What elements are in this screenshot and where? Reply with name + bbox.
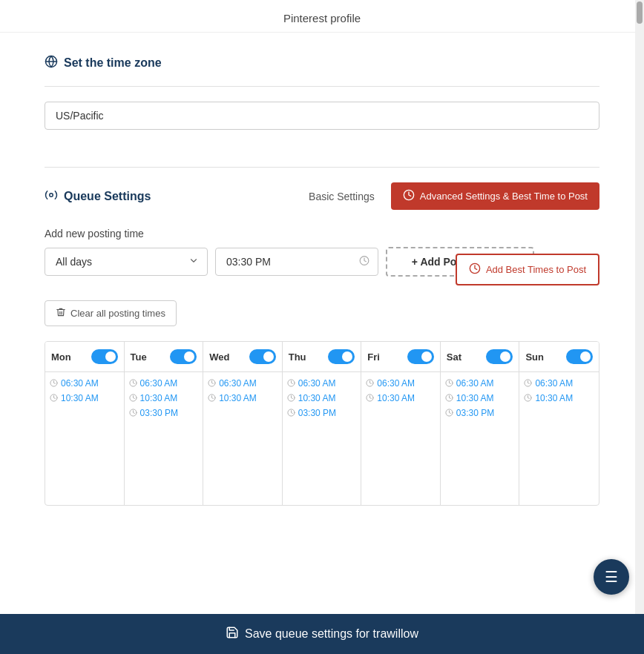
page-title: Pinterest profile <box>0 0 644 33</box>
time-value: 03:30 PM <box>298 408 336 418</box>
time-clock-icon <box>287 394 295 403</box>
time-value: 03:30 PM <box>140 408 178 418</box>
globe-icon <box>45 55 58 71</box>
time-value: 06:30 AM <box>456 378 494 389</box>
time-entry: 06:30 AM <box>208 378 277 389</box>
day-name-thu: Thu <box>289 351 306 363</box>
toggle-tue[interactable] <box>170 349 197 364</box>
save-bar[interactable]: Save queue settings for trawillow <box>0 614 644 654</box>
day-header-wed: Wed <box>203 342 282 372</box>
time-entry: 06:30 AM <box>50 378 119 389</box>
time-clock-icon <box>445 394 453 403</box>
time-value: 10:30 AM <box>61 393 99 403</box>
queue-divider <box>45 167 599 168</box>
time-clock-icon <box>50 394 58 403</box>
save-icon <box>226 626 239 642</box>
time-entry: 03:30 PM <box>445 408 515 418</box>
clear-posting-times-button[interactable]: Clear all posting times <box>45 300 177 326</box>
time-clock-icon <box>445 409 453 418</box>
time-clock-icon <box>287 409 295 418</box>
toggle-wed[interactable] <box>249 349 276 364</box>
save-bar-content: Save queue settings for trawillow <box>226 626 418 642</box>
time-clock-icon <box>50 379 58 389</box>
timezone-input[interactable] <box>45 102 599 130</box>
day-times-tue: 06:30 AM10:30 AM03:30 PM <box>125 372 203 429</box>
time-entry: 10:30 AM <box>524 393 594 403</box>
day-column-fri: Fri06:30 AM10:30 AM <box>361 342 441 505</box>
time-clock-icon <box>129 409 137 418</box>
best-times-wrapper: Add Best Times to Post <box>456 254 599 285</box>
clock-icon <box>359 256 369 268</box>
fab-menu-button[interactable]: ☰ <box>594 559 629 595</box>
day-column-sat: Sat06:30 AM10:30 AM03:30 PM <box>441 342 520 505</box>
day-times-mon: 06:30 AM10:30 AM <box>45 372 124 414</box>
time-entry: 06:30 AM <box>445 378 515 389</box>
day-select[interactable]: All days Monday Tuesday Wednesday Thursd… <box>45 248 208 276</box>
time-entry: 10:30 AM <box>50 393 119 403</box>
time-value: 10:30 AM <box>377 393 415 403</box>
day-name-fri: Fri <box>367 351 380 363</box>
day-times-thu: 06:30 AM10:30 AM03:30 PM <box>283 372 361 429</box>
day-column-wed: Wed06:30 AM10:30 AM <box>203 342 283 505</box>
time-value: 10:30 AM <box>140 393 178 403</box>
timezone-divider <box>45 86 599 87</box>
day-header-mon: Mon <box>45 342 124 372</box>
time-clock-icon <box>366 379 374 389</box>
time-clock-icon <box>524 394 532 403</box>
time-value: 06:30 AM <box>535 378 573 389</box>
day-times-wed: 06:30 AM10:30 AM <box>203 372 282 414</box>
clock-advanced-icon <box>403 189 415 203</box>
queue-title: Queue Settings <box>45 188 151 205</box>
day-header-thu: Thu <box>283 342 361 372</box>
best-times-icon <box>469 262 481 277</box>
save-label: Save queue settings for trawillow <box>245 627 418 641</box>
queue-header: Queue Settings Basic Settings Advanced S… <box>45 182 599 210</box>
advanced-settings-button[interactable]: Advanced Settings & Best Time to Post <box>391 182 599 210</box>
posting-time-left: Add new posting time All days Monday Tue… <box>45 228 412 285</box>
add-best-times-button[interactable]: Add Best Times to Post <box>456 254 599 285</box>
day-name-tue: Tue <box>131 351 147 363</box>
basic-settings-button[interactable]: Basic Settings <box>300 185 384 208</box>
day-name-mon: Mon <box>51 351 71 363</box>
posting-time-section: Add new posting time All days Monday Tue… <box>45 228 599 285</box>
best-times-label: Add Best Times to Post <box>486 264 586 275</box>
toggle-sun[interactable] <box>566 349 593 364</box>
time-value: 06:30 AM <box>377 378 415 389</box>
day-select-wrapper: All days Monday Tuesday Wednesday Thursd… <box>45 248 208 276</box>
posting-time-label: Add new posting time <box>45 228 412 240</box>
toggle-thu[interactable] <box>328 349 355 364</box>
toggle-mon[interactable] <box>91 349 118 364</box>
clear-label: Clear all posting times <box>70 308 165 319</box>
time-value: 06:30 AM <box>61 378 99 389</box>
day-column-tue: Tue06:30 AM10:30 AM03:30 PM <box>125 342 204 505</box>
time-clock-icon <box>129 394 137 403</box>
header-buttons: Basic Settings Advanced Settings & Best … <box>300 182 599 210</box>
time-entry: 03:30 PM <box>287 408 357 418</box>
time-entry: 03:30 PM <box>129 408 199 418</box>
day-column-sun: Sun06:30 AM10:30 AM <box>519 342 599 505</box>
time-entry: 10:30 AM <box>366 393 436 403</box>
time-clock-icon <box>208 394 216 403</box>
time-value: 10:30 AM <box>535 393 573 403</box>
day-header-tue: Tue <box>125 342 203 372</box>
toggle-fri[interactable] <box>407 349 434 364</box>
menu-icon: ☰ <box>605 568 618 586</box>
time-entry: 06:30 AM <box>524 378 594 389</box>
time-entry: 06:30 AM <box>129 378 199 389</box>
day-name-sat: Sat <box>447 351 461 363</box>
time-value: 06:30 AM <box>219 378 257 389</box>
toggle-sat[interactable] <box>486 349 513 364</box>
time-entry: 10:30 AM <box>129 393 199 403</box>
time-clock-icon <box>366 394 374 403</box>
time-entry: 10:30 AM <box>208 393 277 403</box>
day-header-fri: Fri <box>361 342 440 372</box>
queue-settings-label: Queue Settings <box>64 190 151 203</box>
svg-point-2 <box>50 193 53 196</box>
day-column-mon: Mon06:30 AM10:30 AM <box>45 342 125 505</box>
timezone-label: Set the time zone <box>64 56 162 70</box>
time-value: 10:30 AM <box>456 393 494 403</box>
day-name-wed: Wed <box>209 351 229 363</box>
time-value: 06:30 AM <box>140 378 178 389</box>
time-input[interactable] <box>215 248 378 276</box>
time-entry: 10:30 AM <box>445 393 515 403</box>
